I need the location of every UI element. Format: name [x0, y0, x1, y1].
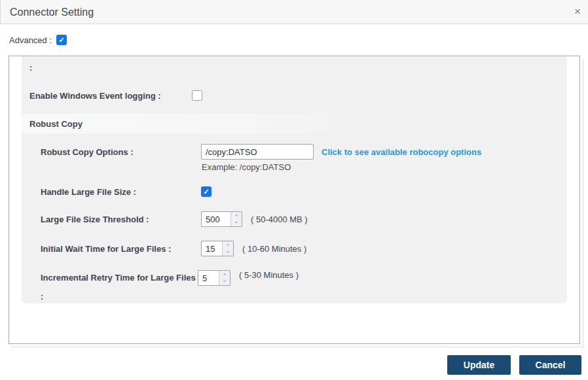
cancel-button[interactable]: Cancel — [519, 355, 581, 375]
robocopy-options-label: Robust Copy Options : — [41, 147, 201, 157]
threshold-row: Large File Size Threshold : 500 ⌃ ⌄ ( 50… — [29, 211, 567, 227]
threshold-value: 500 — [202, 212, 230, 226]
handle-large-file-checkbox[interactable]: ✓ — [201, 186, 211, 197]
incremental-retry-spinner[interactable]: 5 ⌃ ⌄ — [198, 270, 230, 286]
initial-wait-value: 15 — [202, 241, 222, 256]
container-shadow-right — [583, 59, 583, 347]
event-logging-row: Enable Windows Event logging : — [29, 90, 567, 101]
check-icon: ✓ — [203, 188, 209, 196]
spinner-arrows-icon[interactable]: ⌃ ⌄ — [222, 241, 233, 256]
advanced-row: Advanced : ✓ — [9, 35, 67, 45]
initial-wait-label: Initial Wait Time for Large Files : — [41, 244, 201, 254]
robocopy-options-row: Robust Copy Options : Click to see avail… — [29, 144, 567, 160]
event-logging-label: Enable Windows Event logging : — [29, 91, 192, 101]
settings-panel: : Enable Windows Event logging : Robust … — [22, 56, 567, 303]
section-title: Robust Copy — [29, 119, 83, 129]
robust-copy-section-header: Robust Copy — [22, 114, 356, 133]
incremental-retry-row: Incremental Retry Time for Large Files :… — [29, 270, 567, 286]
robocopy-options-link[interactable]: Click to see available robocopy options — [322, 147, 481, 157]
initial-wait-hint: ( 10-60 Minutes ) — [242, 244, 306, 254]
threshold-label: Large File Size Threshold : — [41, 215, 201, 224]
dialog-header: Connector Setting × — [0, 0, 588, 24]
threshold-spinner[interactable]: 500 ⌃ ⌄ — [201, 211, 242, 227]
check-icon: ✓ — [58, 36, 64, 44]
threshold-hint: ( 50-4000 MB ) — [251, 215, 308, 224]
spinner-arrows-icon[interactable]: ⌃ ⌄ — [230, 212, 242, 226]
advanced-label: Advanced : — [9, 35, 52, 45]
close-icon[interactable]: × — [574, 0, 581, 24]
incremental-retry-label: Incremental Retry Time for Large Files : — [41, 268, 198, 306]
spin-down-icon[interactable]: ⌄ — [222, 278, 227, 282]
spin-down-icon[interactable]: ⌄ — [234, 219, 239, 223]
robocopy-options-input[interactable] — [201, 144, 314, 160]
handle-large-file-label: Handle Large File Size : — [41, 187, 201, 197]
clipped-field-label: : — [29, 63, 567, 73]
settings-scroll-container[interactable]: : Enable Windows Event logging : Robust … — [9, 56, 580, 344]
spinner-arrows-icon[interactable]: ⌃ ⌄ — [219, 271, 230, 285]
container-shadow-bottom — [11, 347, 583, 347]
robocopy-example-text: Example: /copy:DATSO — [202, 162, 567, 172]
dialog-title: Connector Setting — [10, 0, 94, 24]
initial-wait-spinner[interactable]: 15 ⌃ ⌄ — [201, 241, 234, 256]
incremental-retry-value: 5 — [198, 271, 219, 285]
incremental-retry-hint: ( 5-30 Minutes ) — [239, 270, 299, 280]
update-button[interactable]: Update — [447, 355, 511, 375]
advanced-checkbox[interactable]: ✓ — [56, 35, 67, 45]
handle-large-file-row: Handle Large File Size : ✓ — [29, 186, 567, 197]
event-logging-checkbox[interactable] — [192, 90, 202, 101]
spin-down-icon[interactable]: ⌄ — [225, 249, 230, 252]
initial-wait-row: Initial Wait Time for Large Files : 15 ⌃… — [29, 241, 567, 256]
connector-setting-dialog: Connector Setting × Advanced : ✓ : Enabl… — [0, 0, 588, 380]
